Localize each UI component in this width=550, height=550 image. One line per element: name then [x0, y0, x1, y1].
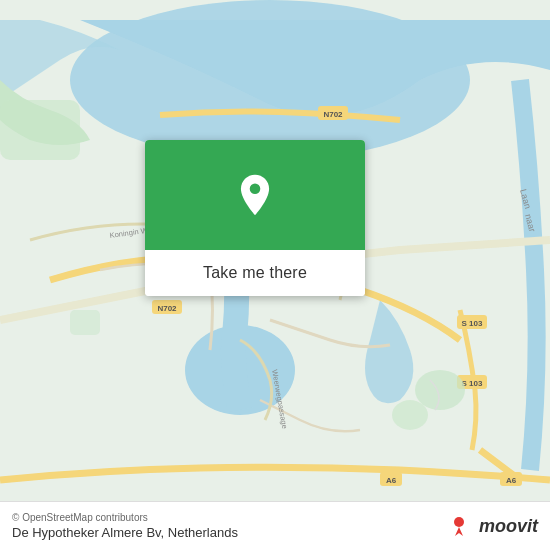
svg-text:N702: N702: [323, 110, 343, 119]
svg-point-27: [392, 400, 428, 430]
svg-point-31: [454, 517, 464, 527]
card-green-header: [145, 140, 365, 250]
svg-point-29: [250, 184, 261, 195]
svg-rect-2: [0, 100, 80, 160]
svg-text:N702: N702: [157, 304, 177, 313]
location-pin-icon: [233, 173, 277, 217]
svg-text:S 103: S 103: [462, 379, 483, 388]
svg-text:A6: A6: [506, 476, 517, 485]
place-name: De Hypotheker Almere Bv, Netherlands: [12, 525, 238, 540]
svg-text:A6: A6: [386, 476, 397, 485]
moovit-logo: moovit: [443, 510, 538, 542]
svg-point-26: [415, 370, 465, 410]
copyright-text: © OpenStreetMap contributors: [12, 512, 238, 523]
map-container: N702 N702 S 103 S 103 A6 A6 Laan naar Al…: [0, 0, 550, 550]
moovit-icon: [443, 510, 475, 542]
moovit-brand-text: moovit: [479, 516, 538, 537]
take-me-there-button[interactable]: Take me there: [145, 250, 365, 296]
svg-text:S 103: S 103: [462, 319, 483, 328]
svg-rect-28: [70, 310, 100, 335]
bottom-bar: © OpenStreetMap contributors De Hypothek…: [0, 501, 550, 550]
overlay-card: Take me there: [145, 140, 365, 296]
bottom-info: © OpenStreetMap contributors De Hypothek…: [12, 512, 238, 540]
